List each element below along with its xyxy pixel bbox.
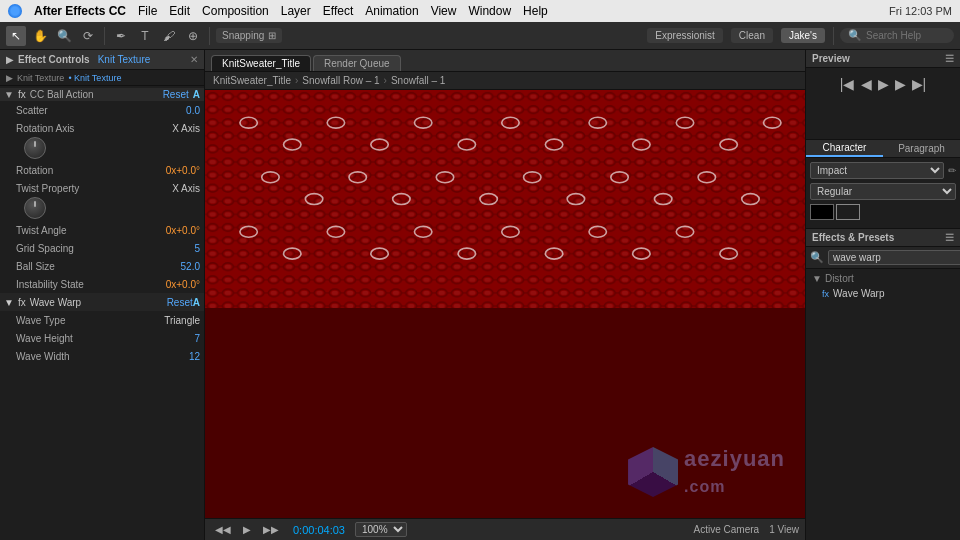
prev-frame-btn[interactable]: ◀◀	[211, 523, 235, 536]
next-frame-btn[interactable]: ▶▶	[259, 523, 283, 536]
tool-rotate[interactable]: ⟳	[78, 26, 98, 46]
tool-clone[interactable]: ⊕	[183, 26, 203, 46]
svg-rect-7	[205, 90, 805, 308]
play-btn[interactable]: ▶	[239, 523, 255, 536]
stroke-color-swatch[interactable]	[836, 204, 860, 220]
tool-pen[interactable]: ✒	[111, 26, 131, 46]
preview-controls: |◀ ◀ ▶ ▶ ▶|	[806, 68, 960, 100]
tool-brush[interactable]: 🖌	[159, 26, 179, 46]
bc-snowfall-row[interactable]: Snowfall Row – 1	[302, 75, 379, 86]
snapping-label: Snapping	[222, 30, 264, 41]
snapping-icon: ⊞	[268, 30, 276, 41]
font-family-select[interactable]: Impact	[810, 162, 944, 179]
workspace-clean[interactable]: Clean	[731, 28, 773, 43]
main-area: ▶ Effect Controls Knit Texture ✕ ▶ Knit …	[0, 50, 960, 540]
menu-view[interactable]: View	[431, 4, 457, 18]
effects-search-bar: 🔍 ✕	[806, 247, 960, 269]
prev-play-btn[interactable]: ▶	[878, 76, 889, 92]
panel-collapse-icon[interactable]: ▶	[6, 54, 14, 65]
scatter-knob-row	[0, 137, 204, 161]
ec-row-twist-prop: Twist Property X Axis	[0, 179, 204, 197]
tool-zoom[interactable]: 🔍	[54, 26, 74, 46]
ec-row-grid-spacing: Grid Spacing 5	[0, 239, 204, 257]
tool-select[interactable]: ↖	[6, 26, 26, 46]
help-search-input[interactable]	[866, 30, 946, 41]
help-search-box[interactable]: 🔍	[840, 28, 954, 43]
menu-edit[interactable]: Edit	[169, 4, 190, 18]
tab-paragraph[interactable]: Paragraph	[883, 140, 960, 157]
prev-back-btn[interactable]: ◀	[861, 76, 872, 92]
effects-category-distort[interactable]: ▼ Distort	[806, 271, 960, 286]
rotation-knob[interactable]	[24, 197, 46, 219]
ec-row-wave-width: Wave Width 12	[0, 347, 204, 365]
ec-row-instability: Instability State 0x+0.0°	[0, 275, 204, 293]
views-count: 1 View	[769, 524, 799, 535]
workspace-expressionist[interactable]: Expressionist	[647, 28, 722, 43]
prev-fwd-btn[interactable]: ▶	[895, 76, 906, 92]
scatter-knob[interactable]	[24, 137, 46, 159]
comp-controls: ◀◀ ▶ ▶▶ 0:00:04:03 100% 50% 200% Active …	[205, 518, 805, 540]
effects-presets-header: Effects & Presets ☰	[806, 229, 960, 247]
char-style-row: Regular	[810, 183, 956, 200]
ec-row-twist-angle: Twist Angle 0x+0.0°	[0, 221, 204, 239]
wave-warp-reset[interactable]: Reset	[167, 297, 193, 308]
preview-panel: Preview ☰ |◀ ◀ ▶ ▶ ▶|	[806, 50, 960, 140]
layer-name-label: Knit Texture	[98, 54, 151, 65]
zoom-select[interactable]: 100% 50% 200%	[355, 522, 407, 537]
sep1	[104, 27, 105, 45]
char-tabs: Character Paragraph	[806, 140, 960, 158]
rotation-knob-row	[0, 197, 204, 221]
bc-snowfall[interactable]: Snowfall – 1	[391, 75, 445, 86]
panel-close-btn[interactable]: ✕	[190, 54, 198, 65]
effects-search-input[interactable]	[828, 250, 960, 265]
effects-item-wave-warp[interactable]: fx Wave Warp	[806, 286, 960, 301]
menu-file[interactable]: File	[138, 4, 157, 18]
font-style-select[interactable]: Regular	[810, 183, 956, 200]
tool-hand[interactable]: ✋	[30, 26, 50, 46]
effects-presets-panel: Effects & Presets ☰ 🔍 ✕ ▼ Distort fx Wav…	[806, 229, 960, 540]
ec-row-rotation: Rotation 0x+0.0°	[0, 161, 204, 179]
comp-breadcrumb: KnitSweater_Title › Snowfall Row – 1 › S…	[205, 72, 805, 90]
watermark: aeziyuan.com	[628, 446, 785, 498]
font-edit-icon[interactable]: ✏	[948, 165, 956, 176]
fill-color-swatch[interactable]	[810, 204, 834, 220]
watermark-text: aeziyuan.com	[684, 446, 785, 498]
preview-menu-icon[interactable]: ☰	[945, 53, 954, 64]
char-color-row	[810, 204, 956, 220]
comp-tab-render[interactable]: Render Queue	[313, 55, 401, 71]
ec-row-wave-height: Wave Height 7	[0, 329, 204, 347]
char-font-row: Impact ✏	[810, 162, 956, 179]
effect-icon: fx	[822, 289, 829, 299]
comp-tab-knitsweater[interactable]: KnitSweater_Title	[211, 55, 311, 71]
menu-window[interactable]: Window	[468, 4, 511, 18]
menu-animation[interactable]: Animation	[365, 4, 418, 18]
menu-effect[interactable]: Effect	[323, 4, 353, 18]
wave-warp-header[interactable]: ▼ fx Wave Warp Reset A	[0, 293, 204, 311]
view-label: Active Camera	[694, 524, 760, 535]
menu-composition[interactable]: Composition	[202, 4, 269, 18]
menu-help[interactable]: Help	[523, 4, 548, 18]
effects-menu-icon[interactable]: ☰	[945, 232, 954, 243]
snapping-toggle[interactable]: Snapping ⊞	[216, 28, 282, 43]
effect-controls-header: ▶ Effect Controls Knit Texture ✕	[0, 50, 204, 70]
reset-btn[interactable]: Reset	[163, 89, 189, 100]
cc-ball-action-header[interactable]: ▼ fx CC Ball Action Reset A	[0, 88, 204, 101]
menu-layer[interactable]: Layer	[281, 4, 311, 18]
ec-row-ball-size: Ball Size 52.0	[0, 257, 204, 275]
prev-start-btn[interactable]: |◀	[840, 76, 855, 92]
bc-knitsweater[interactable]: KnitSweater_Title	[213, 75, 291, 86]
ec-row-scatter: Scatter 0.0	[0, 101, 204, 119]
app-icon	[8, 4, 22, 18]
character-body: Impact ✏ Regular	[806, 158, 960, 228]
effects-presets-title: Effects & Presets	[812, 232, 894, 243]
effects-list: ▼ Distort fx Wave Warp	[806, 269, 960, 540]
ec-row-wave-type: Wave Type Triangle	[0, 311, 204, 329]
prev-end-btn[interactable]: ▶|	[912, 76, 927, 92]
ec-row-rotation-axis: Rotation Axis X Axis	[0, 119, 204, 137]
preview-header: Preview ☰	[806, 50, 960, 68]
system-time: Fri 12:03 PM	[889, 5, 952, 17]
tool-text[interactable]: T	[135, 26, 155, 46]
sep3	[833, 27, 834, 45]
tab-character[interactable]: Character	[806, 140, 883, 157]
workspace-jakes[interactable]: Jake's	[781, 28, 825, 43]
